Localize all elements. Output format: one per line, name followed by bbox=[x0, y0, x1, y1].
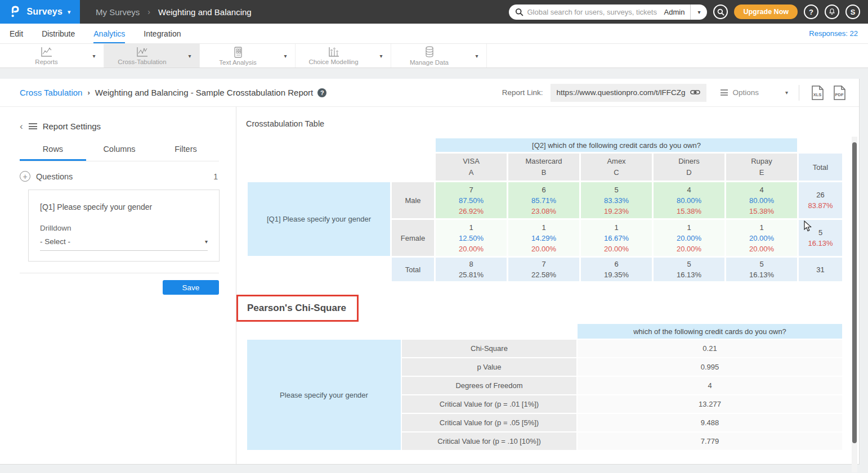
export-xls-button[interactable]: XLS bbox=[810, 85, 825, 101]
chi-value-crit-5pct: 9.488 bbox=[578, 414, 842, 431]
questions-label: Questions bbox=[36, 172, 73, 181]
add-question-button[interactable]: + bbox=[20, 171, 30, 182]
count: 4 bbox=[726, 184, 797, 195]
app-logo[interactable]: Surveys ▾ bbox=[0, 0, 80, 24]
svg-text:PDF: PDF bbox=[835, 92, 844, 97]
tab-filters[interactable]: Filters bbox=[153, 145, 219, 161]
spacer bbox=[402, 324, 576, 339]
tab-choice-modelling-caret[interactable]: ▾ bbox=[372, 44, 391, 67]
chi-column-header: which of the following credit cards do y… bbox=[578, 324, 842, 339]
tab-manage-data[interactable]: Manage Data ▾ bbox=[391, 44, 487, 67]
col-code: A bbox=[436, 167, 507, 178]
col-header-visa: VISAA bbox=[436, 154, 507, 181]
collapse-chevron-icon[interactable]: ‹ bbox=[20, 121, 23, 131]
settings-title: Report Settings bbox=[43, 121, 101, 131]
scrollbar-thumb[interactable] bbox=[852, 142, 857, 443]
tab-cross-tabulation[interactable]: Cross-Tabulation ▾ bbox=[104, 44, 200, 67]
report-header-actions: Report Link: https://www.questionpro.com… bbox=[502, 84, 847, 102]
breadcrumb-my-surveys[interactable]: My Surveys bbox=[96, 7, 140, 17]
count: 31 bbox=[799, 264, 842, 275]
vertical-scrollbar[interactable] bbox=[852, 137, 857, 472]
col-code: E bbox=[726, 167, 797, 178]
tab-text-analysis-main: Text Analysis bbox=[200, 44, 276, 67]
col-header-amex: AmexC bbox=[581, 154, 652, 181]
chi-square-title: Pearson's Chi-Square bbox=[247, 303, 346, 314]
tab-reports-caret[interactable]: ▾ bbox=[84, 44, 104, 67]
report-url-box[interactable]: https://www.questionpro.com/t/lFFCZg bbox=[551, 84, 707, 102]
tab-columns[interactable]: Columns bbox=[86, 145, 153, 161]
report-help-icon[interactable]: ? bbox=[317, 88, 326, 97]
export-pdf-button[interactable]: PDF bbox=[832, 85, 847, 101]
link-icon[interactable] bbox=[690, 88, 700, 98]
report-settings-panel: ‹ Report Settings Rows Columns Filters +… bbox=[0, 107, 236, 464]
chi-value-chi-square: 0.21 bbox=[578, 340, 842, 357]
notifications-button[interactable] bbox=[825, 4, 839, 19]
tab-manage-data-caret[interactable]: ▾ bbox=[467, 44, 486, 67]
admin-scope-dropdown[interactable]: ▾ bbox=[690, 4, 707, 20]
tab-manage-data-label: Manage Data bbox=[410, 59, 449, 66]
tab-reports-main: Reports bbox=[8, 44, 84, 67]
hamburger-icon[interactable] bbox=[29, 123, 37, 129]
cell-female-mastercard: 114.29%20.00% bbox=[508, 220, 579, 256]
report-url: https://www.questionpro.com/t/lFFCZg bbox=[557, 88, 686, 97]
search-button[interactable] bbox=[713, 4, 728, 19]
col-header-diners: DinersD bbox=[654, 154, 724, 181]
search-icon bbox=[515, 8, 524, 16]
questionpro-logo-icon bbox=[9, 5, 21, 19]
main-content: Crosstabulation Table [Q2] which of the … bbox=[236, 107, 859, 464]
chi-label-crit-10pct: Critical Value for (p = .10 [10%]) bbox=[402, 433, 576, 450]
survey-menu-bar: Edit Distribute Analytics Integration Re… bbox=[0, 24, 868, 44]
cell-female-total: 516.13% bbox=[799, 220, 842, 256]
count: 26 bbox=[799, 190, 842, 200]
tab-text-analysis[interactable]: Text Analysis ▾ bbox=[200, 44, 296, 67]
count: 5 bbox=[726, 259, 797, 269]
report-card: Cross Tabulation › Weighting and Balanci… bbox=[0, 79, 860, 465]
menu-item-edit[interactable]: Edit bbox=[10, 24, 23, 43]
cell-female-diners: 120.00%20.00% bbox=[654, 220, 724, 256]
text-analysis-icon bbox=[232, 46, 244, 58]
chi-label-chi-square: Chi-Square bbox=[402, 340, 576, 357]
tab-text-analysis-caret[interactable]: ▾ bbox=[276, 44, 295, 67]
user-avatar[interactable]: S bbox=[845, 4, 860, 19]
scatter-chart-icon bbox=[327, 46, 340, 58]
col-name: VISA bbox=[436, 156, 507, 167]
caret-down-icon: ▾ bbox=[379, 53, 382, 59]
tab-rows[interactable]: Rows bbox=[20, 145, 86, 161]
menu-item-analytics[interactable]: Analytics bbox=[93, 24, 125, 43]
search-input[interactable] bbox=[527, 8, 661, 16]
tab-cross-tabulation-caret[interactable]: ▾ bbox=[180, 44, 199, 67]
options-button[interactable]: Options bbox=[721, 88, 759, 97]
caret-down-icon: ▾ bbox=[188, 53, 191, 59]
save-button[interactable]: Save bbox=[163, 280, 219, 295]
help-button[interactable]: ? bbox=[804, 4, 818, 19]
pct: 16.13% bbox=[654, 269, 724, 280]
col-pct: 16.13% bbox=[799, 238, 842, 249]
tab-reports[interactable]: Reports ▾ bbox=[8, 44, 104, 67]
questions-count: 1 bbox=[213, 172, 219, 181]
pct: 25.81% bbox=[436, 269, 507, 280]
options-caret[interactable]: ▾ bbox=[785, 89, 788, 96]
col-pct: 83.87% bbox=[799, 200, 842, 211]
chi-label-p-value: p Value bbox=[402, 358, 576, 376]
cell-male-amex: 583.33%19.23% bbox=[581, 182, 652, 218]
line-chart-icon bbox=[136, 46, 149, 58]
row-pct: 16.67% bbox=[581, 233, 652, 244]
question-card: [Q1] Please specify your gender Drilldow… bbox=[28, 190, 220, 262]
col-code: B bbox=[508, 167, 579, 178]
count: 1 bbox=[508, 222, 579, 233]
report-title: Weighting and Balancing - Sample Crossta… bbox=[95, 88, 313, 97]
col-pct: 20.00% bbox=[436, 244, 507, 254]
upgrade-now-button[interactable]: Upgrade Now bbox=[734, 4, 798, 19]
drilldown-select[interactable]: - Select - ▾ bbox=[40, 237, 208, 251]
chi-value-p-value: 0.995 bbox=[578, 358, 842, 376]
col-pct: 20.00% bbox=[726, 244, 797, 254]
database-icon bbox=[424, 46, 435, 58]
tab-text-analysis-label: Text Analysis bbox=[219, 59, 256, 66]
row-pct: 20.00% bbox=[726, 233, 797, 244]
row-pct: 20.00% bbox=[654, 233, 724, 244]
menu-item-distribute[interactable]: Distribute bbox=[42, 24, 75, 43]
cross-tabulation-link[interactable]: Cross Tabulation bbox=[20, 88, 82, 97]
caret-down-icon: ▾ bbox=[284, 53, 287, 59]
tab-choice-modelling[interactable]: Choice Modelling ▾ bbox=[296, 44, 391, 67]
menu-item-integration[interactable]: Integration bbox=[144, 24, 181, 43]
